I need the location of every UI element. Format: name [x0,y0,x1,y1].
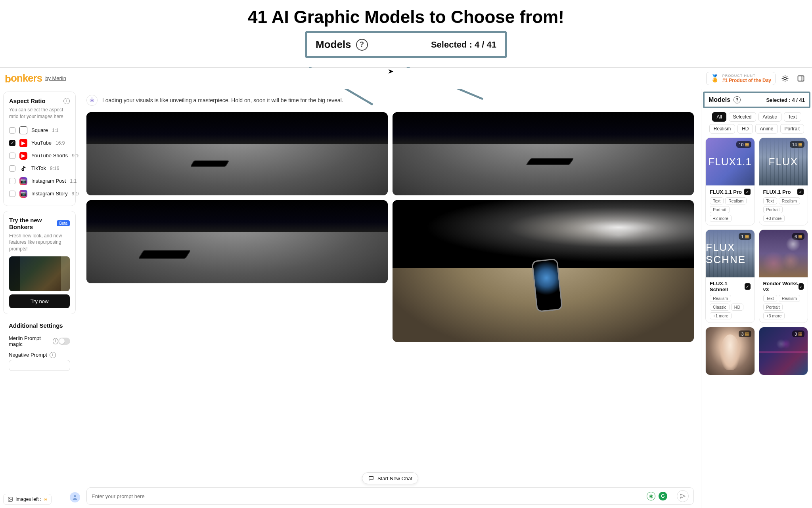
negative-prompt-label: Negative Prompt [9,352,47,358]
platform-icon: ▶ [19,152,27,160]
model-selected-checkbox[interactable]: ✓ [799,283,804,290]
checkbox[interactable] [9,191,15,197]
checkbox[interactable] [9,165,15,172]
aspect-ratio-name: YouTube Shorts [31,153,68,159]
checkbox[interactable] [9,153,15,159]
model-card[interactable]: 3▦ [759,327,808,375]
model-cost-badge: 3▦ [792,330,804,337]
coin-icon: ▦ [798,331,802,336]
grammarly-outline-icon[interactable]: ◉ [647,492,655,500]
grammarly-icon[interactable]: G [659,492,667,500]
user-avatar[interactable] [70,492,79,502]
filter-chip[interactable]: Anime [755,124,778,134]
try-now-button[interactable]: Try now [9,294,70,308]
result-image[interactable] [393,112,694,195]
loading-text: Loading your visuals is like unveiling a… [102,97,343,103]
model-card[interactable]: 1▦FLUX SCHNEFLUX.1 Schnell✓RealismClassi… [705,229,755,323]
result-image[interactable] [86,112,388,195]
models-label: Models [709,96,730,103]
aspect-ratio-option[interactable]: ▶YouTube16:9 [9,137,70,149]
aspect-ratio-option[interactable]: TikTok9:16 [9,162,70,175]
model-tag: Portrait [763,206,783,213]
info-icon[interactable]: i [53,338,58,344]
coin-icon: ▦ [745,142,749,147]
filter-chip[interactable]: Portrait [780,124,804,134]
aspect-ratio-option[interactable]: ▶YouTube Shorts9:16 [9,149,70,162]
model-card[interactable]: 14▦FLUXFLUX.1 Pro✓TextRealismPortrait+3 … [759,138,808,225]
product-hunt-badge[interactable]: 🏅 PRODUCT HUNT #1 Product of the Day [706,72,776,85]
model-tag: Classic [710,304,730,311]
model-selected-checkbox[interactable]: ✓ [745,283,751,290]
model-selected-checkbox[interactable]: ✓ [744,189,751,195]
svg-rect-11 [798,76,804,81]
coin-icon: ▦ [745,234,749,239]
model-tag: Text [710,197,724,204]
model-selected-checkbox[interactable]: ✓ [797,189,804,195]
platform-icon: ▶ [19,139,27,147]
info-icon[interactable]: i [63,98,70,104]
model-name: Render Works v3 [763,281,799,292]
checkbox[interactable] [9,140,15,146]
coin-icon: ▦ [745,331,749,336]
svg-point-14 [9,498,10,499]
image-icon [8,497,13,502]
filter-chip[interactable]: Text [784,112,801,122]
try-bonkers-card: Try the new Bonkers Beta Fresh new look,… [3,211,76,314]
left-sidebar: Aspect Ratio i You can select the aspect… [0,68,79,508]
checkbox[interactable] [9,127,15,134]
model-name: FLUX.1 Schnell [710,281,745,292]
additional-settings-card: Additional Settings Merlin Prompt magic … [3,319,76,376]
aspect-ratio-name: TikTok [31,165,46,171]
aspect-ratio-name: Instagram Story [31,191,68,197]
model-tag: Realism [710,295,731,302]
model-cost-badge: 6▦ [792,233,804,240]
model-card[interactable]: 10▦FLUX1.1FLUX.1.1 Pro✓TextRealismPortra… [705,138,755,225]
model-cost-badge: 1▦ [739,233,751,240]
platform-icon [19,164,27,172]
model-card[interactable]: 3▦ [705,327,755,375]
aspect-ratio-value: 9:16 [72,153,79,159]
beta-badge: Beta [57,220,70,226]
model-thumbnail: 3▦ [706,327,755,375]
negative-prompt-input[interactable] [9,360,70,371]
info-icon[interactable]: i [50,352,56,358]
coin-icon: ▦ [798,142,802,147]
help-icon[interactable]: ? [733,96,741,103]
svg-line-10 [783,80,783,81]
filter-chip[interactable]: HD [737,124,753,134]
by-merlin-link[interactable]: by Merlin [45,75,66,81]
aspect-ratio-value: 9:16 [72,191,79,197]
prompt-magic-label: Merlin Prompt magic [9,335,50,347]
result-image[interactable] [86,200,388,283]
start-new-chat-button[interactable]: Start New Chat [362,472,418,484]
models-panel: Models ? Selected : 4 / 41 AllSelectedAr… [701,68,812,508]
filter-chip[interactable]: Artistic [758,112,781,122]
prompt-input[interactable] [92,493,643,499]
filter-chip[interactable]: All [712,112,726,122]
model-card[interactable]: 6▦Render Works v3✓TextRealismPortrait+3 … [759,229,808,323]
model-tag: +2 more [710,215,732,222]
send-button[interactable] [677,490,689,502]
model-tag: Text [763,197,777,204]
panel-right-icon [797,74,805,82]
panel-toggle-button[interactable] [795,72,807,85]
checkbox[interactable] [9,178,15,184]
aspect-ratio-value: 9:16 [50,166,59,171]
model-cost-badge: 3▦ [739,330,751,337]
model-tag: Realism [725,197,747,204]
model-tags: TextRealismPortrait+2 more [710,197,751,222]
filter-chip[interactable]: Realism [709,124,735,134]
aspect-ratio-option[interactable]: 📷Instagram Story9:16 [9,187,70,200]
app-logo[interactable]: bonkers [5,72,42,84]
aspect-ratio-option[interactable]: 📷Instagram Post1:1 [9,175,70,187]
prompt-magic-toggle[interactable] [58,338,70,345]
model-tag: +3 more [763,215,785,222]
theme-toggle-button[interactable] [779,72,791,85]
svg-point-17 [91,100,92,101]
filter-chip[interactable]: Selected [729,112,756,122]
hero-models-label: Models [316,38,351,51]
svg-line-8 [787,80,787,81]
result-image[interactable] [393,200,694,342]
try-sub: Fresh new look, and new features like re… [9,233,70,252]
aspect-ratio-option[interactable]: Square1:1 [9,124,70,137]
